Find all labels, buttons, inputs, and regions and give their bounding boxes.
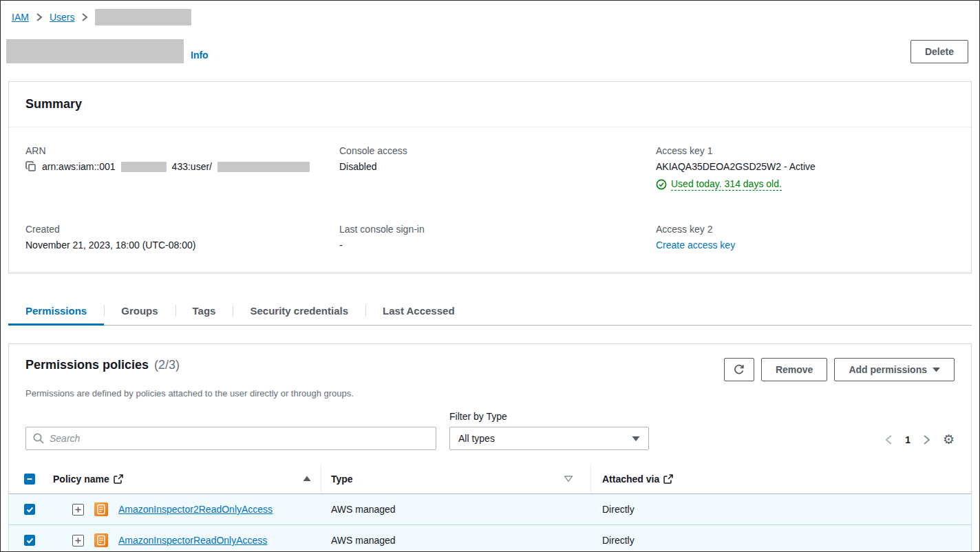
permissions-header: Permissions policies (2/3) Remove Add pe… — [9, 344, 971, 384]
row-checkbox[interactable] — [24, 504, 35, 515]
refresh-button[interactable] — [724, 358, 754, 381]
summary-field-access-key-1: Access key 1 AKIAQA35DEOA2GSD25W2 - Acti… — [656, 145, 955, 191]
chevron-right-icon — [923, 434, 930, 445]
external-link-icon — [663, 474, 673, 484]
expand-row-button[interactable] — [72, 504, 84, 516]
next-page-button[interactable] — [923, 434, 930, 445]
access-key1-status: Used today. 314 days old. — [656, 178, 955, 191]
access-key1-value: AKIAQA35DEOA2GSD25W2 - Active — [656, 161, 955, 172]
summary-title-bar: Summary — [9, 82, 971, 127]
page-header: Info Delete — [6, 39, 968, 63]
expand-row-button[interactable] — [72, 535, 84, 546]
access-key1-label: Access key 1 — [656, 145, 955, 156]
console-access-label: Console access — [339, 145, 656, 156]
summary-title: Summary — [25, 97, 82, 111]
add-permissions-label: Add permissions — [849, 364, 927, 375]
arn-value-mid: 433:user/ — [172, 161, 212, 172]
created-label: Created — [25, 224, 339, 235]
arn-value-prefix: arn:aws:iam::001 — [42, 161, 116, 172]
table-row[interactable]: AmazonInspectorReadOnlyAccess AWS manage… — [9, 525, 971, 552]
permissions-title: Permissions policies — [25, 358, 149, 372]
summary-card: Summary ARN arn:aws:iam::001433:user/ Co… — [8, 81, 972, 273]
access-key2-label: Access key 2 — [656, 224, 955, 235]
tab-bar: Permissions Groups Tags Security credent… — [8, 297, 972, 326]
tab-groups[interactable]: Groups — [104, 297, 175, 325]
check-circle-icon — [656, 179, 667, 190]
pagination: 1 ⚙ — [885, 433, 955, 450]
permissions-description: Permissions are defined by policies atta… — [9, 384, 971, 399]
breadcrumb-link-iam[interactable]: IAM — [12, 12, 29, 23]
breadcrumb-redacted-username — [95, 9, 191, 25]
permissions-policies-card: Permissions policies (2/3) Remove Add pe… — [8, 343, 972, 552]
last-signin-label: Last console sign-in — [339, 224, 656, 235]
type-header[interactable]: Type — [331, 474, 353, 485]
tab-security-credentials[interactable]: Security credentials — [233, 297, 365, 325]
type-filter-value: All types — [458, 433, 632, 444]
summary-field-console-access: Console access Disabled — [339, 145, 656, 191]
breadcrumb: IAM Users — [1, 1, 979, 28]
info-link[interactable]: Info — [191, 50, 209, 63]
summary-field-access-key-2: Access key 2 Create access key — [656, 224, 955, 251]
select-all-checkbox[interactable] — [24, 474, 35, 485]
policy-name-header[interactable]: Policy name — [53, 474, 109, 485]
summary-field-last-signin: Last console sign-in - — [339, 224, 656, 251]
summary-field-arn: ARN arn:aws:iam::001433:user/ — [25, 145, 339, 191]
summary-field-created: Created November 21, 2023, 18:00 (UTC-08… — [25, 224, 339, 251]
caret-down-icon — [933, 367, 940, 372]
breadcrumb-link-users[interactable]: Users — [50, 12, 75, 23]
sortable-caret-icon[interactable] — [564, 476, 573, 482]
policy-type-cell: AWS managed — [321, 504, 591, 515]
type-filter-label: Filter by Type — [449, 411, 649, 422]
refresh-icon — [734, 364, 745, 375]
policy-name-link[interactable]: AmazonInspector2ReadOnlyAccess — [118, 504, 273, 515]
copy-icon[interactable] — [25, 161, 36, 172]
preferences-gear-icon[interactable]: ⚙ — [943, 433, 955, 446]
summary-grid: ARN arn:aws:iam::001433:user/ Console ac… — [9, 127, 971, 273]
page-title-redacted — [6, 39, 184, 63]
row-checkbox[interactable] — [24, 535, 35, 546]
table-row[interactable]: AmazonInspector2ReadOnlyAccess AWS manag… — [9, 494, 971, 525]
attached-via-cell: Directly — [591, 535, 971, 546]
chevron-right-icon — [81, 13, 88, 21]
arn-redacted-2 — [217, 162, 310, 172]
delete-button[interactable]: Delete — [910, 40, 968, 63]
arn-label: ARN — [25, 145, 339, 156]
search-icon — [32, 432, 45, 445]
console-access-value: Disabled — [339, 161, 656, 172]
type-filter-group: Filter by Type All types — [449, 411, 649, 450]
access-key1-status-text[interactable]: Used today. 314 days old. — [671, 178, 782, 191]
create-access-key-link[interactable]: Create access key — [656, 240, 735, 251]
type-filter-select[interactable]: All types — [449, 427, 649, 450]
chevron-left-icon — [885, 434, 893, 445]
attached-via-header[interactable]: Attached via — [602, 474, 659, 485]
last-signin-value: - — [339, 240, 656, 251]
attached-via-cell: Directly — [591, 504, 971, 515]
tab-last-accessed[interactable]: Last Accessed — [365, 297, 472, 325]
policy-name-link[interactable]: AmazonInspectorReadOnlyAccess — [118, 535, 267, 546]
permissions-count: (2/3) — [154, 358, 180, 372]
search-input[interactable] — [25, 427, 436, 450]
tab-permissions[interactable]: Permissions — [8, 297, 104, 325]
created-value: November 21, 2023, 18:00 (UTC-08:00) — [25, 240, 339, 251]
chevron-right-icon — [36, 13, 43, 21]
caret-down-icon — [632, 436, 640, 442]
filter-row: Filter by Type All types 1 ⚙ — [9, 399, 971, 464]
current-page-number[interactable]: 1 — [905, 434, 910, 445]
policy-type-cell: AWS managed — [321, 535, 591, 546]
search-box — [25, 427, 436, 450]
arn-redacted-1 — [121, 162, 167, 172]
managed-policy-icon — [94, 502, 108, 516]
tab-tags[interactable]: Tags — [175, 297, 233, 325]
managed-policy-icon — [94, 533, 108, 547]
remove-button[interactable]: Remove — [761, 358, 827, 381]
table-header-row: Policy name Type — [9, 464, 971, 494]
add-permissions-button[interactable]: Add permissions — [834, 358, 955, 381]
policies-table: Policy name Type — [9, 464, 971, 552]
external-link-icon — [114, 474, 123, 484]
previous-page-button[interactable] — [885, 434, 893, 445]
sort-ascending-icon[interactable] — [303, 476, 311, 482]
